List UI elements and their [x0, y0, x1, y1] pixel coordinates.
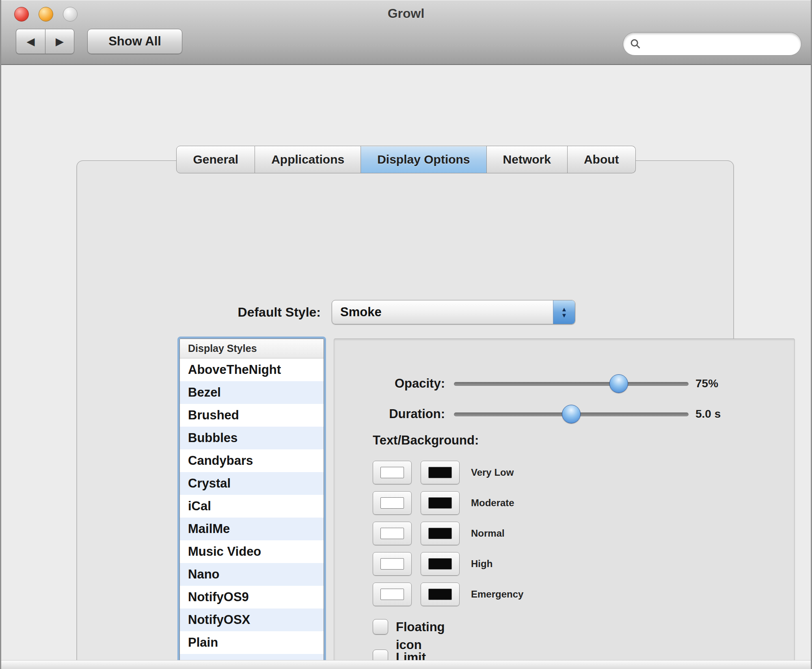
back-forward-control: ◀ ▶	[16, 29, 74, 54]
window-title: Growl	[1, 6, 811, 21]
text-color-well[interactable]	[373, 552, 412, 576]
text-color-well[interactable]	[373, 491, 412, 515]
text-color-well[interactable]	[373, 461, 412, 484]
style-row-bubbles[interactable]: Bubbles	[180, 427, 324, 449]
opacity-slider-track	[454, 382, 689, 386]
growl-preferences-window: Growl ◀ ▶ Show All GeneralApplicationsDi…	[0, 0, 812, 669]
window-bottom-edge	[1, 660, 811, 669]
style-row-music-video[interactable]: Music Video	[180, 540, 324, 563]
back-button[interactable]: ◀	[16, 29, 45, 54]
text-color-swatch	[380, 558, 404, 570]
tab-display-options[interactable]: Display Options	[361, 146, 486, 173]
opacity-label: Opacity:	[338, 371, 445, 396]
duration-value: 5.0 s	[695, 402, 777, 426]
search-icon	[630, 38, 641, 50]
priority-label: Moderate	[471, 491, 514, 515]
background-color-swatch	[428, 558, 452, 570]
style-row-brushed[interactable]: Brushed	[180, 404, 324, 427]
style-row-mailme[interactable]: MailMe	[180, 518, 324, 540]
priority-row-high: High	[334, 552, 795, 576]
background-color-swatch	[428, 528, 452, 539]
background-color-swatch	[428, 589, 452, 600]
style-row-candybars[interactable]: Candybars	[180, 449, 324, 472]
style-settings-panel: Opacity: 75% Duration: 5.0 s Text/Bac	[334, 339, 795, 669]
style-row-notifyosx[interactable]: NotifyOSX	[180, 609, 324, 631]
display-options-group-box: Default Style: Smoke ▲▼ Display Styles A…	[76, 160, 734, 669]
text-color-well[interactable]	[373, 522, 412, 545]
display-styles-list[interactable]: Display Styles AboveTheNightBezelBrushed…	[179, 339, 324, 669]
forward-button[interactable]: ▶	[45, 29, 74, 54]
display-styles-list-header: Display Styles	[180, 339, 324, 358]
default-style-label: Default Style:	[179, 300, 321, 324]
tab-applications[interactable]: Applications	[255, 146, 361, 173]
text-color-well[interactable]	[373, 583, 412, 606]
popup-up-down-arrows-icon: ▲▼	[553, 300, 575, 324]
tab-bar: GeneralApplicationsDisplay OptionsNetwor…	[1, 146, 811, 173]
background-color-well[interactable]	[421, 583, 460, 606]
duration-slider[interactable]	[454, 402, 689, 426]
text-color-swatch	[380, 497, 404, 509]
priority-label: High	[471, 552, 492, 576]
priority-label: Very Low	[471, 461, 514, 484]
opacity-value: 75%	[695, 371, 777, 396]
style-row-notifyos9[interactable]: NotifyOS9	[180, 586, 324, 609]
tab-general[interactable]: General	[176, 146, 255, 173]
duration-row: Duration: 5.0 s	[334, 402, 795, 426]
background-color-well[interactable]	[421, 461, 460, 484]
priority-row-moderate: Moderate	[334, 491, 795, 515]
style-row-plain[interactable]: Plain	[180, 631, 324, 654]
background-color-swatch	[428, 467, 452, 478]
style-row-crystal[interactable]: Crystal	[180, 472, 324, 495]
duration-label: Duration:	[338, 402, 445, 426]
preference-pane-content: GeneralApplicationsDisplay OptionsNetwor…	[1, 66, 811, 660]
text-background-label: Text/Background:	[373, 433, 479, 448]
floating-icon-label: Floating icon	[396, 618, 445, 637]
display-styles-rows: AboveTheNightBezelBrushedBubblesCandybar…	[180, 358, 324, 669]
window-chrome: Growl ◀ ▶ Show All	[1, 0, 811, 65]
duration-slider-thumb[interactable]	[562, 405, 581, 423]
opacity-row: Opacity: 75%	[334, 371, 795, 396]
default-style-popup[interactable]: Smoke ▲▼	[332, 300, 575, 324]
style-row-bezel[interactable]: Bezel	[180, 381, 324, 404]
tab-network[interactable]: Network	[487, 146, 568, 173]
floating-icon-checkbox[interactable]	[373, 619, 388, 634]
opacity-slider-thumb[interactable]	[609, 374, 628, 393]
tab-about[interactable]: About	[568, 146, 636, 173]
priority-row-very-low: Very Low	[334, 461, 795, 484]
style-row-ical[interactable]: iCal	[180, 495, 324, 518]
priority-label: Emergency	[471, 583, 523, 606]
default-style-value: Smoke	[332, 300, 382, 324]
style-row-abovethenight[interactable]: AboveTheNight	[180, 358, 324, 381]
text-color-swatch	[380, 528, 404, 539]
text-color-swatch	[380, 589, 404, 600]
priority-label: Normal	[471, 522, 505, 545]
text-color-swatch	[380, 467, 404, 478]
opacity-slider[interactable]	[454, 371, 689, 396]
style-row-nano[interactable]: Nano	[180, 563, 324, 586]
background-color-well[interactable]	[421, 522, 460, 545]
priority-row-normal: Normal	[334, 522, 795, 545]
background-color-well[interactable]	[421, 491, 460, 515]
priority-row-emergency: Emergency	[334, 583, 795, 606]
background-color-swatch	[428, 497, 452, 509]
background-color-well[interactable]	[421, 552, 460, 576]
show-all-button[interactable]: Show All	[87, 29, 182, 54]
search-input[interactable]	[623, 32, 801, 56]
